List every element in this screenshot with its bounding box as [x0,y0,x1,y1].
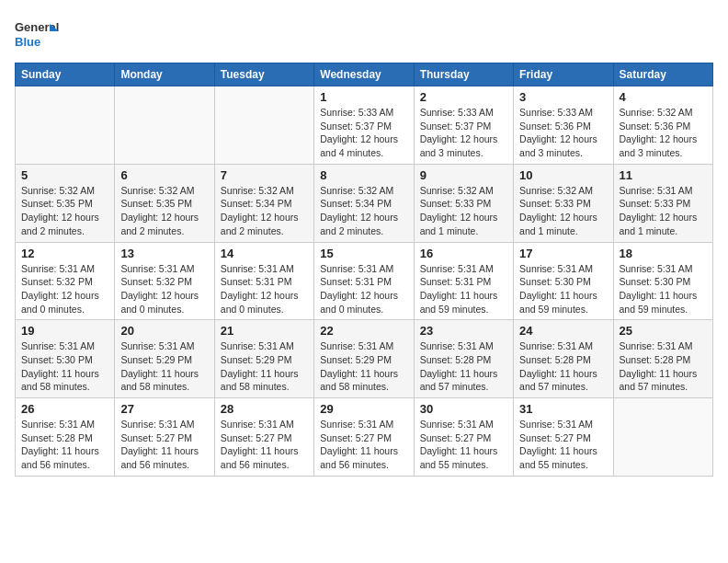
cell-info-text: Sunrise: 5:32 AM Sunset: 5:36 PM Dayligh… [620,106,707,160]
logo: GeneralBlue [15,15,61,52]
calendar-cell: 3Sunrise: 5:33 AM Sunset: 5:36 PM Daylig… [514,86,613,165]
calendar-cell: 28Sunrise: 5:31 AM Sunset: 5:27 PM Dayli… [214,398,313,477]
calendar-cell: 6Sunrise: 5:32 AM Sunset: 5:35 PM Daylig… [115,164,214,242]
cell-info-text: Sunrise: 5:31 AM Sunset: 5:32 PM Dayligh… [21,262,108,316]
cell-info-text: Sunrise: 5:31 AM Sunset: 5:28 PM Dayligh… [519,339,607,394]
weekday-header-tuesday: Tuesday [214,63,313,86]
cell-date-number: 27 [120,402,208,416]
cell-date-number: 24 [519,324,607,338]
calendar-week-3: 12Sunrise: 5:31 AM Sunset: 5:32 PM Dayli… [16,242,713,320]
cell-date-number: 17 [519,247,607,260]
calendar-cell: 22Sunrise: 5:31 AM Sunset: 5:29 PM Dayli… [314,320,414,398]
cell-date-number: 7 [221,168,308,182]
cell-date-number: 3 [519,90,607,104]
cell-date-number: 2 [420,90,507,104]
cell-date-number: 6 [120,168,208,182]
cell-date-number: 8 [320,168,407,182]
cell-info-text: Sunrise: 5:33 AM Sunset: 5:37 PM Dayligh… [420,106,507,160]
logo-svg: GeneralBlue [15,15,61,52]
cell-info-text: Sunrise: 5:31 AM Sunset: 5:29 PM Dayligh… [320,339,407,394]
cell-date-number: 20 [120,324,208,338]
weekday-header-friday: Friday [514,63,613,86]
cell-date-number: 30 [420,402,507,416]
calendar-week-4: 19Sunrise: 5:31 AM Sunset: 5:30 PM Dayli… [16,320,713,398]
cell-info-text: Sunrise: 5:31 AM Sunset: 5:27 PM Dayligh… [420,418,507,472]
svg-text:Blue: Blue [15,35,40,49]
calendar-cell: 17Sunrise: 5:31 AM Sunset: 5:30 PM Dayli… [514,242,613,320]
cell-date-number: 5 [21,168,108,182]
cell-info-text: Sunrise: 5:31 AM Sunset: 5:27 PM Dayligh… [120,418,208,472]
cell-date-number: 21 [221,324,308,338]
calendar-cell [214,86,313,165]
cell-info-text: Sunrise: 5:32 AM Sunset: 5:35 PM Dayligh… [120,184,208,238]
weekday-header-wednesday: Wednesday [314,63,414,86]
cell-info-text: Sunrise: 5:31 AM Sunset: 5:31 PM Dayligh… [420,262,507,316]
calendar-cell: 4Sunrise: 5:32 AM Sunset: 5:36 PM Daylig… [613,86,712,165]
cell-info-text: Sunrise: 5:32 AM Sunset: 5:35 PM Dayligh… [21,184,108,238]
calendar-cell: 19Sunrise: 5:31 AM Sunset: 5:30 PM Dayli… [16,320,115,398]
calendar-cell: 9Sunrise: 5:32 AM Sunset: 5:33 PM Daylig… [414,164,513,242]
cell-info-text: Sunrise: 5:32 AM Sunset: 5:34 PM Dayligh… [221,184,308,238]
calendar-week-2: 5Sunrise: 5:32 AM Sunset: 5:35 PM Daylig… [16,164,713,242]
cell-date-number: 15 [320,247,407,260]
calendar-cell: 31Sunrise: 5:31 AM Sunset: 5:27 PM Dayli… [514,398,613,477]
weekday-header-monday: Monday [115,63,214,86]
cell-info-text: Sunrise: 5:31 AM Sunset: 5:30 PM Dayligh… [519,262,607,316]
cell-date-number: 16 [420,247,507,260]
calendar-cell: 20Sunrise: 5:31 AM Sunset: 5:29 PM Dayli… [115,320,214,398]
cell-info-text: Sunrise: 5:31 AM Sunset: 5:29 PM Dayligh… [221,339,308,394]
calendar-cell: 1Sunrise: 5:33 AM Sunset: 5:37 PM Daylig… [314,86,414,165]
calendar-table: SundayMondayTuesdayWednesdayThursdayFrid… [15,63,713,477]
cell-info-text: Sunrise: 5:32 AM Sunset: 5:34 PM Dayligh… [320,184,407,238]
cell-info-text: Sunrise: 5:31 AM Sunset: 5:32 PM Dayligh… [120,262,208,316]
calendar-cell [613,398,712,477]
calendar-cell: 27Sunrise: 5:31 AM Sunset: 5:27 PM Dayli… [115,398,214,477]
cell-date-number: 4 [620,90,707,104]
calendar-cell: 11Sunrise: 5:31 AM Sunset: 5:33 PM Dayli… [613,164,712,242]
calendar-body: 1Sunrise: 5:33 AM Sunset: 5:37 PM Daylig… [16,86,713,477]
calendar-cell: 25Sunrise: 5:31 AM Sunset: 5:28 PM Dayli… [613,320,712,398]
weekday-header-thursday: Thursday [414,63,513,86]
cell-date-number: 18 [620,247,707,260]
cell-date-number: 19 [21,324,108,338]
cell-info-text: Sunrise: 5:31 AM Sunset: 5:27 PM Dayligh… [221,418,308,472]
cell-info-text: Sunrise: 5:32 AM Sunset: 5:33 PM Dayligh… [519,184,607,238]
cell-date-number: 23 [420,324,507,338]
calendar-cell: 13Sunrise: 5:31 AM Sunset: 5:32 PM Dayli… [115,242,214,320]
calendar-cell: 5Sunrise: 5:32 AM Sunset: 5:35 PM Daylig… [16,164,115,242]
cell-date-number: 11 [620,168,707,182]
calendar-cell: 30Sunrise: 5:31 AM Sunset: 5:27 PM Dayli… [414,398,513,477]
cell-info-text: Sunrise: 5:31 AM Sunset: 5:33 PM Dayligh… [620,184,707,238]
calendar-header: SundayMondayTuesdayWednesdayThursdayFrid… [16,63,713,86]
cell-info-text: Sunrise: 5:32 AM Sunset: 5:33 PM Dayligh… [420,184,507,238]
calendar-cell: 12Sunrise: 5:31 AM Sunset: 5:32 PM Dayli… [16,242,115,320]
cell-date-number: 25 [620,324,707,338]
calendar-cell: 16Sunrise: 5:31 AM Sunset: 5:31 PM Dayli… [414,242,513,320]
cell-date-number: 9 [420,168,507,182]
cell-info-text: Sunrise: 5:31 AM Sunset: 5:28 PM Dayligh… [620,339,707,394]
weekday-header-saturday: Saturday [613,63,712,86]
cell-info-text: Sunrise: 5:31 AM Sunset: 5:27 PM Dayligh… [519,418,607,472]
cell-info-text: Sunrise: 5:31 AM Sunset: 5:31 PM Dayligh… [221,262,308,316]
cell-date-number: 28 [221,402,308,416]
calendar-cell: 23Sunrise: 5:31 AM Sunset: 5:28 PM Dayli… [414,320,513,398]
weekday-header-sunday: Sunday [16,63,115,86]
calendar-cell: 14Sunrise: 5:31 AM Sunset: 5:31 PM Dayli… [214,242,313,320]
cell-date-number: 1 [320,90,407,104]
calendar-cell: 8Sunrise: 5:32 AM Sunset: 5:34 PM Daylig… [314,164,414,242]
cell-date-number: 14 [221,247,308,260]
cell-date-number: 10 [519,168,607,182]
cell-info-text: Sunrise: 5:31 AM Sunset: 5:31 PM Dayligh… [320,262,407,316]
cell-date-number: 22 [320,324,407,338]
cell-info-text: Sunrise: 5:33 AM Sunset: 5:36 PM Dayligh… [519,106,607,160]
calendar-cell: 2Sunrise: 5:33 AM Sunset: 5:37 PM Daylig… [414,86,513,165]
calendar-week-5: 26Sunrise: 5:31 AM Sunset: 5:28 PM Dayli… [16,398,713,477]
cell-info-text: Sunrise: 5:31 AM Sunset: 5:28 PM Dayligh… [420,339,507,394]
cell-date-number: 13 [120,247,208,260]
calendar-cell: 21Sunrise: 5:31 AM Sunset: 5:29 PM Dayli… [214,320,313,398]
calendar-cell: 26Sunrise: 5:31 AM Sunset: 5:28 PM Dayli… [16,398,115,477]
cell-date-number: 26 [21,402,108,416]
calendar-cell: 29Sunrise: 5:31 AM Sunset: 5:27 PM Dayli… [314,398,414,477]
calendar-cell: 24Sunrise: 5:31 AM Sunset: 5:28 PM Dayli… [514,320,613,398]
cell-info-text: Sunrise: 5:31 AM Sunset: 5:30 PM Dayligh… [21,339,108,394]
